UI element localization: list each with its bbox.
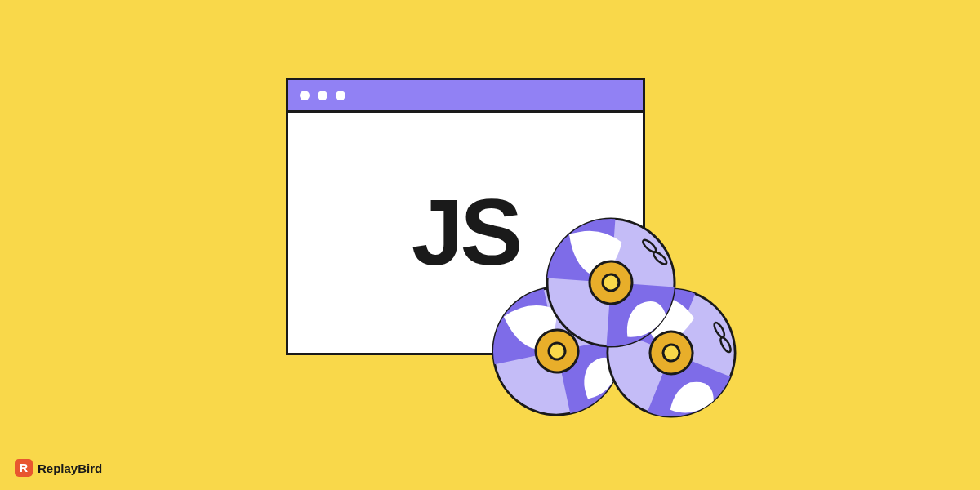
window-titlebar	[288, 80, 643, 113]
traffic-light-dot	[318, 91, 327, 100]
disc-stack	[490, 212, 760, 441]
brand-name: ReplayBird	[38, 461, 102, 475]
brand-mark-icon: R	[15, 459, 33, 477]
brand-logo: R ReplayBird	[15, 459, 102, 477]
traffic-light-dot	[300, 91, 310, 100]
traffic-light-dot	[336, 91, 345, 100]
